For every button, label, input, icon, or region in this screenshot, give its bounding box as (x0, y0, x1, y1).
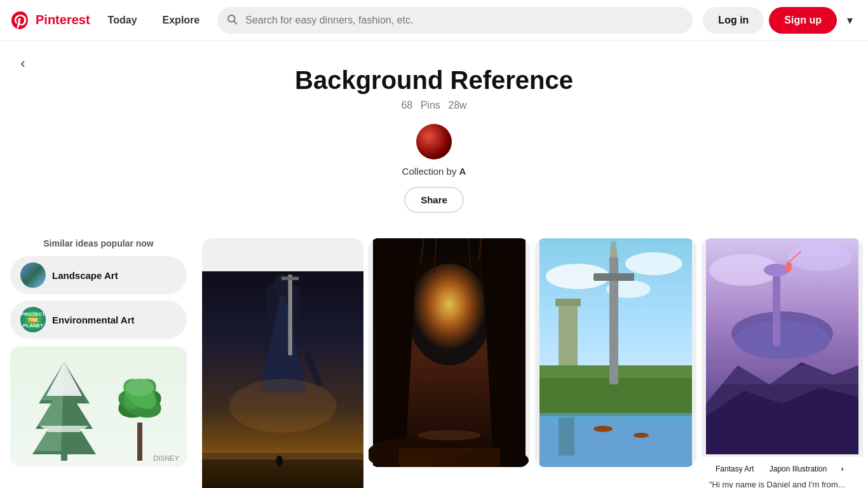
svg-line-1 (234, 21, 237, 24)
pin-column-1: Fantasy Concept Art Fantasy Charac › D&D… (202, 238, 363, 488)
sidebar: Similar ideas popular now Landscape Art … (0, 238, 197, 488)
env-thumb-image: PROTECT THE PLANET (20, 307, 46, 332)
snowy-tree-icon (32, 359, 96, 461)
collection-title: Background Reference (13, 66, 855, 95)
author-name[interactable]: A (459, 166, 466, 177)
signup-button[interactable]: Sign up (769, 7, 837, 34)
similar-ideas-heading: Similar ideas popular now (10, 238, 187, 248)
search-icon (226, 13, 238, 27)
pins-label: Pins (421, 100, 440, 111)
landscape-thumb-image (20, 262, 46, 288)
pinterest-logo-icon (10, 10, 31, 30)
content-area: Similar ideas popular now Landscape Art … (0, 226, 868, 488)
pins-grid: Fantasy Concept Art Fantasy Charac › D&D… (197, 238, 868, 488)
landscape-art-label: Landscape Art (52, 270, 118, 281)
chevron-down-icon[interactable]: ▾ (842, 8, 858, 32)
pins-count: 68 (401, 100, 412, 111)
collection-by: Collection by A (13, 166, 855, 177)
search-bar (217, 7, 693, 34)
pin-4-tags: Fantasy Art Japon Illustration › (709, 462, 855, 476)
collection-meta: 68 Pins 28w (13, 100, 855, 111)
main-content: Background Reference 68 Pins 28w Collect… (0, 0, 868, 488)
collection-header: Background Reference 68 Pins 28w Collect… (0, 41, 868, 226)
pin-card-1[interactable]: Fantasy Concept Art Fantasy Charac › D&D… (202, 238, 363, 488)
login-button[interactable]: Log in (703, 7, 764, 34)
avatar-wrap (13, 124, 855, 159)
similar-item-environmental[interactable]: PROTECT THE PLANET Environmental Art (10, 301, 187, 339)
pin-card-4[interactable]: Fantasy Art Japon Illustration › "Hi my … (702, 238, 863, 488)
header-right: Log in Sign up ▾ (703, 7, 858, 34)
logo[interactable]: Pinterest (10, 10, 90, 30)
pinterest-wordmark: Pinterest (36, 13, 90, 27)
avatar[interactable] (416, 124, 452, 159)
sidebar-trees-image: DISNEY (10, 346, 187, 467)
avatar-image (416, 124, 452, 159)
search-input[interactable] (217, 7, 693, 34)
svg-marker-5 (40, 426, 88, 432)
nav-today-button[interactable]: Today (100, 10, 145, 31)
svg-rect-6 (137, 423, 142, 461)
nav-explore-button[interactable]: Explore (155, 10, 208, 31)
similar-item-landscape[interactable]: Landscape Art (10, 256, 187, 294)
pin-tag-japon[interactable]: Japon Illustration (763, 462, 834, 476)
pin-card-3[interactable] (535, 238, 696, 467)
share-button[interactable]: Share (404, 187, 464, 213)
pin-column-3 (535, 238, 696, 488)
collection-by-label: Collection by (402, 166, 457, 177)
tropical-plant-icon (114, 372, 165, 461)
back-button[interactable]: ‹ (10, 51, 36, 76)
landscape-art-thumb (20, 262, 46, 288)
environmental-art-thumb: PROTECT THE PLANET (20, 307, 46, 332)
svg-marker-4 (46, 362, 82, 396)
pin-column-4: Fantasy Art Japon Illustration › "Hi my … (702, 238, 863, 488)
svg-point-11 (126, 379, 154, 396)
trees-illustration: DISNEY (10, 346, 187, 467)
time-ago: 28w (448, 100, 466, 111)
environmental-art-label: Environmental Art (52, 315, 134, 325)
disney-credit: DISNEY (153, 454, 179, 462)
pin-card-2[interactable] (369, 238, 530, 467)
pin-tag-more-4[interactable]: › (836, 462, 848, 476)
header: Pinterest Today Explore Log in Sign up ▾ (0, 0, 868, 41)
pin-column-2 (369, 238, 530, 488)
pin-tag-fantasy-art[interactable]: Fantasy Art (709, 462, 761, 476)
